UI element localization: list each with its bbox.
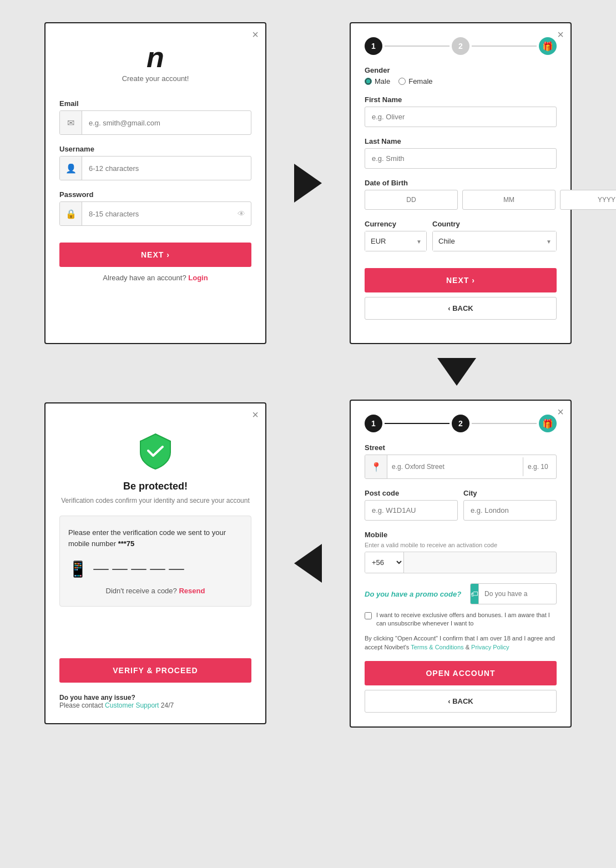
progress-bar: 1 2 🎁 [365,37,557,55]
code-dash-2 [112,569,128,570]
arrow-row [11,355,605,388]
firstname-label: First Name [365,95,557,104]
dob-fields [365,190,557,210]
step1-circle: 1 [365,37,382,55]
step3-back-button[interactable]: ‹ BACK [365,690,557,713]
male-radio[interactable] [365,78,372,85]
currency-field: Currency EUR USD GBP ▼ [365,220,427,251]
code-dash-5 [169,569,184,570]
username-input[interactable] [82,159,251,178]
customer-support-link[interactable]: Customer Support [105,702,159,709]
step-line-2 [472,46,537,47]
email-icon: ✉ [60,111,82,134]
verify-proceed-button[interactable]: VERIFY & PROCEED [59,658,251,683]
terms-conditions-link[interactable]: Terms & Conditions [411,644,463,650]
male-radio-label[interactable]: Male [365,77,390,85]
issue-sub: Please contact Customer Support 24/7 [59,702,251,709]
promo-label-link[interactable]: Do you have a promo code? [365,590,466,598]
resend-link[interactable]: Resend [179,587,205,595]
mobile-label: Mobile [365,531,557,539]
dob-group: Date of Birth [365,179,557,210]
step2-next-button[interactable]: NEXT› [365,268,557,292]
postcode-label: Post code [365,489,458,497]
code-dash-3 [131,569,147,570]
country-select[interactable]: Chile Argentina Brazil [433,231,556,251]
mobile-hint: Enter a valid mobile to receive an activ… [365,542,557,548]
brand-tagline: Create your account! [59,74,251,83]
firstname-input[interactable] [365,107,557,127]
currency-select[interactable]: EUR USD GBP [365,231,426,251]
eye-icon[interactable]: 👁 [232,209,251,218]
privacy-policy-link[interactable]: Privacy Policy [471,644,509,650]
open-account-button[interactable]: OPEN ACCOUNT [365,661,557,685]
step4-close-button[interactable]: × [252,409,259,420]
mobile-number-input[interactable] [404,553,556,572]
resend-row: Didn't receive a code? Resend [68,587,243,595]
step2-back-button[interactable]: ‹ BACK [365,297,557,320]
login-link[interactable]: Login [188,274,208,282]
email-label: Email [59,99,251,108]
step3-close-button[interactable]: × [557,406,564,417]
dob-day-input[interactable] [365,190,458,210]
dob-year-input[interactable] [560,190,616,210]
street-input-row: 📍 [365,455,557,479]
lastname-group: Last Name [365,137,557,169]
step1-next-button[interactable]: NEXT› [59,243,251,267]
location-icon: 📍 [365,455,387,478]
country-select-wrapper: Chile Argentina Brazil ▼ [432,231,557,251]
lock-icon: 🔒 [60,202,82,225]
step4-modal: × Be protected! Verification codes confi… [44,402,266,724]
currency-label: Currency [365,220,427,228]
brand-logo: n [59,43,251,72]
street-label: Street [365,443,557,452]
step2-close-button[interactable]: × [557,29,564,40]
female-radio-label[interactable]: Female [398,77,432,85]
password-input-wrapper: 🔒 👁 [59,201,251,226]
issue-title: Do you have any issue? [59,694,251,702]
code-dash-4 [150,569,165,570]
step3-progress-bar: 1 2 🎁 [365,415,557,432]
password-input[interactable] [82,204,232,224]
street-group: Street 📍 [365,443,557,479]
step3-gift-circle: 🎁 [539,37,557,55]
user-icon: 👤 [60,157,82,180]
verify-subtitle: Verification codes confirm your identity… [59,497,251,504]
email-input[interactable] [82,113,251,133]
step2-circle: 2 [452,37,469,55]
step1-close-button[interactable]: × [252,29,259,40]
username-group: Username 👤 [59,145,251,180]
arrow-down-1 [437,358,476,386]
currency-select-wrapper: EUR USD GBP ▼ [365,231,427,251]
dob-month-input[interactable] [462,190,556,210]
currency-country-group: Currency EUR USD GBP ▼ Cou [365,220,557,251]
street-name-input[interactable] [387,457,523,476]
shield-icon-wrap [59,431,251,472]
username-label: Username [59,145,251,153]
street-number-input[interactable] [523,457,556,476]
promo-section: Do you have a promo code? 🏷 [365,583,557,604]
step1-modal: × n Create your account! Email ✉ Usernam… [44,22,266,344]
promo-code-input[interactable] [479,586,557,602]
city-input[interactable] [463,500,557,521]
gender-options: Male Female [365,77,557,85]
gender-label: Gender [365,66,557,74]
offers-checkbox-row: I want to receive exclusive offers and b… [365,611,557,628]
code-inputs [93,569,184,570]
lastname-label: Last Name [365,137,557,145]
lastname-input[interactable] [365,148,557,169]
password-label: Password [59,190,251,199]
step2-modal: × 1 2 🎁 Gender Male [350,22,572,344]
arrow-right-1 [294,164,322,203]
step3-line-1 [385,423,450,424]
code-dash-1 [93,569,109,570]
mobile-group: Mobile Enter a valid mobile to receive a… [365,531,557,573]
logo-letter: n [59,43,251,72]
mobile-input-row: +56 +1 +44 [365,552,557,573]
female-radio[interactable] [398,78,406,85]
postcode-city-group: Post code City [365,489,557,521]
password-group: Password 🔒 👁 [59,190,251,226]
step3-gift-icon: 🎁 [539,415,557,432]
postcode-input[interactable] [365,500,458,521]
mobile-prefix-select[interactable]: +56 +1 +44 [365,552,404,573]
offers-checkbox[interactable] [365,612,372,619]
